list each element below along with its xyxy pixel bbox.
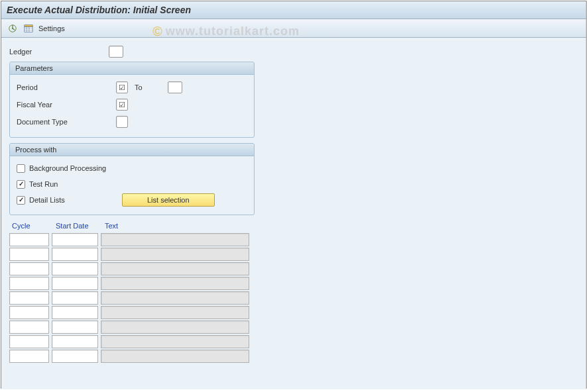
table-row bbox=[9, 262, 256, 275]
text-input[interactable] bbox=[101, 350, 249, 363]
execute-icon[interactable] bbox=[7, 23, 19, 34]
table-row bbox=[9, 233, 256, 246]
list-selection-button[interactable]: List selection bbox=[122, 193, 215, 207]
fiscal-year-required-icon[interactable]: ☑ bbox=[116, 99, 128, 111]
background-label: Background Processing bbox=[29, 164, 106, 172]
period-to-input[interactable] bbox=[168, 81, 182, 93]
toolbar: Settings bbox=[1, 19, 586, 38]
background-checkbox[interactable] bbox=[17, 164, 25, 173]
cycle-input[interactable] bbox=[9, 335, 49, 348]
header-text: Text bbox=[102, 222, 251, 230]
content-area: Ledger Parameters Period ☑ To Fiscal Yea… bbox=[1, 38, 586, 389]
ledger-input[interactable] bbox=[109, 46, 123, 58]
table-row bbox=[9, 277, 256, 290]
test-run-row: Test Run bbox=[17, 177, 247, 191]
detail-lists-checkbox[interactable] bbox=[17, 196, 25, 205]
text-input[interactable] bbox=[101, 291, 249, 305]
detail-lists-row: Detail Lists List selection bbox=[17, 193, 247, 207]
svg-point-1 bbox=[12, 27, 13, 28]
header-start-date: Start Date bbox=[53, 222, 102, 230]
cycle-input[interactable] bbox=[9, 233, 49, 246]
text-input[interactable] bbox=[101, 262, 249, 275]
start-date-input[interactable] bbox=[52, 277, 98, 290]
svg-rect-3 bbox=[25, 24, 32, 26]
process-title: Process with bbox=[10, 144, 254, 156]
fiscal-year-label: Fiscal Year bbox=[17, 101, 116, 109]
table-row bbox=[9, 350, 256, 363]
settings-icon[interactable] bbox=[23, 23, 34, 34]
svg-rect-2 bbox=[25, 26, 32, 32]
cycle-input[interactable] bbox=[9, 291, 49, 305]
doc-type-row: Document Type bbox=[17, 115, 247, 129]
background-row: Background Processing bbox=[17, 162, 247, 175]
process-group: Process with Background Processing Test … bbox=[9, 143, 255, 215]
table-row bbox=[9, 291, 256, 305]
start-date-input[interactable] bbox=[52, 320, 98, 334]
cycle-input[interactable] bbox=[9, 277, 49, 290]
start-date-input[interactable] bbox=[52, 350, 98, 363]
text-input[interactable] bbox=[101, 320, 249, 334]
table-row bbox=[9, 306, 256, 319]
cycle-input[interactable] bbox=[9, 262, 49, 275]
ledger-row: Ledger bbox=[9, 44, 578, 59]
settings-label[interactable]: Settings bbox=[38, 24, 65, 32]
test-run-checkbox[interactable] bbox=[17, 180, 25, 189]
fiscal-year-row: Fiscal Year ☑ bbox=[17, 97, 247, 112]
cycle-input[interactable] bbox=[9, 248, 49, 261]
table-header: Cycle Start Date Text bbox=[9, 222, 256, 230]
doc-type-input[interactable] bbox=[116, 116, 128, 128]
cycle-table: Cycle Start Date Text bbox=[9, 222, 256, 363]
to-label: To bbox=[135, 83, 168, 91]
text-input[interactable] bbox=[101, 277, 249, 290]
page-title: Execute Actual Distribution: Initial Scr… bbox=[1, 1, 586, 19]
ledger-label: Ledger bbox=[9, 48, 109, 56]
start-date-input[interactable] bbox=[52, 335, 98, 348]
start-date-input[interactable] bbox=[52, 248, 98, 261]
doc-type-label: Document Type bbox=[17, 118, 116, 126]
parameters-title: Parameters bbox=[10, 62, 254, 75]
table-row bbox=[9, 320, 256, 334]
text-input[interactable] bbox=[101, 248, 249, 261]
test-run-label: Test Run bbox=[29, 180, 58, 188]
parameters-group: Parameters Period ☑ To Fiscal Year ☑ Doc… bbox=[9, 62, 255, 138]
table-row bbox=[9, 248, 256, 261]
text-input[interactable] bbox=[101, 306, 249, 319]
text-input[interactable] bbox=[101, 335, 249, 348]
start-date-input[interactable] bbox=[52, 233, 98, 246]
period-row: Period ☑ To bbox=[17, 80, 247, 95]
text-input[interactable] bbox=[101, 233, 249, 246]
start-date-input[interactable] bbox=[52, 306, 98, 319]
start-date-input[interactable] bbox=[52, 262, 98, 275]
detail-lists-label: Detail Lists bbox=[29, 196, 65, 204]
period-required-icon[interactable]: ☑ bbox=[116, 81, 128, 93]
cycle-input[interactable] bbox=[9, 350, 49, 363]
start-date-input[interactable] bbox=[52, 291, 98, 305]
period-label: Period bbox=[17, 83, 116, 91]
header-cycle: Cycle bbox=[9, 222, 53, 230]
cycle-input[interactable] bbox=[9, 320, 49, 334]
cycle-input[interactable] bbox=[9, 306, 49, 319]
app-frame: Execute Actual Distribution: Initial Scr… bbox=[1, 1, 587, 389]
table-row bbox=[9, 335, 256, 348]
